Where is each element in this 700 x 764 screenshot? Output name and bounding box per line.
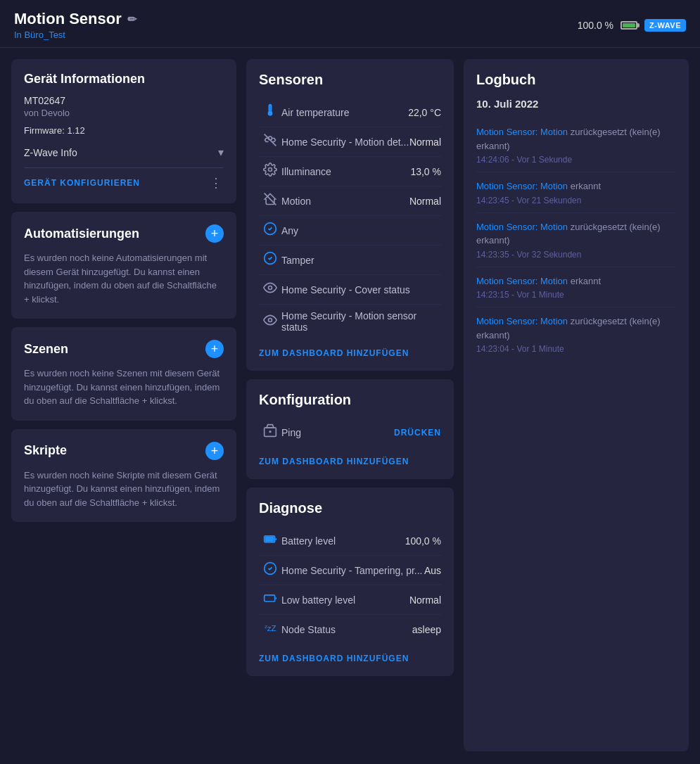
svg-point-9 [269, 318, 272, 321]
header-subtitle: In Büro_Test [14, 30, 136, 40]
konfiguration-card: Konfiguration Ping DRÜCKEN ZUM DASHBOARD… [246, 379, 454, 479]
sensor-name: Home Security - Motion det... [281, 136, 409, 148]
diagnose-title: Diagnose [259, 500, 441, 516]
add-skripte-button[interactable]: + [205, 442, 224, 460]
log-entry: Motion Sensor: Motion erkannt 14:23:45 -… [476, 172, 676, 213]
sensor-row: Home Security - Motion det... Normal [259, 127, 441, 157]
device-info-card: Gerät Informationen MT02647 von Devolo F… [11, 59, 236, 203]
skripte-desc: Es wurden noch keine Skripte mit diesem … [24, 469, 224, 510]
logbuch-card: Logbuch 10. Juli 2022 Motion Sensor: Mot… [464, 59, 689, 751]
zwave-logo: Z-WAVE [644, 19, 686, 32]
log-entry: Motion Sensor: Motion zurückgesetzt (kei… [476, 118, 676, 172]
logbuch-title: Logbuch [476, 72, 676, 88]
log-entry-time: 14:23:15 - Vor 1 Minute [476, 290, 676, 300]
header-left: Motion Sensor ✏ In Büro_Test [14, 10, 136, 40]
gear-icon [259, 163, 281, 180]
log-entry-text: Motion Sensor: Motion erkannt [476, 179, 676, 193]
log-entry: Motion Sensor: Motion zurückgesetzt (kei… [476, 213, 676, 267]
sensor-name: Home Security - Cover status [281, 284, 441, 295]
sensoren-dashboard-button[interactable]: ZUM DASHBOARD HINZUFÜGEN [259, 348, 409, 358]
sensor-row: Home Security - Motion sensor status [259, 305, 441, 338]
edit-icon[interactable]: ✏ [127, 13, 136, 26]
ping-row: Ping DRÜCKEN [259, 418, 441, 447]
skripte-card: Skripte + Es wurden noch keine Skripte m… [11, 429, 236, 523]
sensor-row: Air temperature 22,0 °C [259, 98, 441, 127]
diagnose-dashboard-button[interactable]: ZUM DASHBOARD HINZUFÜGEN [259, 654, 409, 663]
log-entry-time: 14:23:35 - Vor 32 Sekunden [476, 250, 676, 260]
log-entry: Motion Sensor: Motion erkannt 14:23:15 -… [476, 267, 676, 308]
sensor-row: Illuminance 13,0 % [259, 157, 441, 186]
diagnose-value: asleep [412, 624, 441, 635]
log-entry-link[interactable]: Motion Sensor: Motion [476, 222, 568, 232]
device-vendor: von Devolo [24, 108, 224, 118]
sensor-name: Tamper [281, 255, 441, 266]
chevron-down-icon[interactable]: ▾ [218, 146, 224, 159]
log-entry-link[interactable]: Motion Sensor: Motion [476, 276, 568, 286]
check-circle-icon [259, 222, 281, 239]
diagnose-value: Aus [424, 565, 441, 576]
ping-icon [259, 424, 281, 441]
svg-point-8 [269, 286, 272, 290]
device-id: MT02647 [24, 95, 224, 106]
konfiguration-dashboard-button[interactable]: ZUM DASHBOARD HINZUFÜGEN [259, 457, 409, 466]
log-entry-text: Motion Sensor: Motion erkannt [476, 274, 676, 288]
eye-icon [259, 313, 281, 331]
log-entry-link[interactable]: Motion Sensor: Motion [476, 181, 568, 191]
diagnose-row: Low battery level Normal [259, 585, 441, 615]
log-entries: Motion Sensor: Motion zurückgesetzt (kei… [476, 118, 676, 361]
battery-percent: 100.0 % [578, 20, 613, 31]
sensoren-rows: Air temperature 22,0 °C Home Security - … [259, 98, 441, 338]
log-entry-link[interactable]: Motion Sensor: Motion [476, 127, 568, 137]
add-automatisierung-button[interactable]: + [205, 224, 224, 243]
diagnose-row: ᶻzZ Node Status asleep [259, 615, 441, 644]
log-entry-text: Motion Sensor: Motion zurückgesetzt (kei… [476, 125, 676, 153]
log-entry-link[interactable]: Motion Sensor: Motion [476, 316, 568, 326]
skripte-header: Skripte + [24, 442, 224, 460]
sensoren-card: Sensoren Air temperature 22,0 °C Home Se… [246, 59, 454, 371]
page-title: Motion Sensor ✏ [14, 10, 136, 28]
zwave-info-row: Z-Wave Info ▾ [24, 146, 224, 167]
sleep-icon: ᶻzZ [259, 620, 281, 638]
sensor-row: Motion Normal [259, 186, 441, 216]
ping-button[interactable]: DRÜCKEN [394, 428, 441, 438]
log-entry: Motion Sensor: Motion zurückgesetzt (kei… [476, 307, 676, 361]
motion-off-icon [259, 133, 281, 151]
diagnose-row: Battery level 100,0 % [259, 526, 441, 556]
add-szenen-button[interactable]: + [205, 340, 224, 358]
diagnose-name: Battery level [281, 535, 405, 547]
eye-icon [259, 281, 281, 298]
svg-point-11 [269, 431, 271, 433]
log-entry-time: 14:24:06 - Vor 1 Sekunde [476, 155, 676, 165]
automatisierungen-header: Automatisierungen + [24, 224, 224, 243]
konfiguration-title: Konfiguration [259, 392, 441, 408]
svg-rect-15 [265, 595, 275, 601]
diagnose-card: Diagnose Battery level 100,0 % Home Secu… [246, 488, 454, 676]
szenen-header: Szenen + [24, 340, 224, 358]
configure-button[interactable]: GERÄT KONFIGURIEREN [24, 178, 140, 188]
battery-icon [621, 21, 637, 30]
svg-text:ᶻzZ: ᶻzZ [265, 623, 276, 632]
svg-rect-13 [265, 537, 274, 542]
sensor-value: Normal [409, 196, 441, 207]
diagnose-row: Home Security - Tampering, pr... Aus [259, 556, 441, 585]
sensor-row: Home Security - Cover status [259, 275, 441, 305]
sensor-name: Any [281, 225, 441, 236]
diagnose-value: 100,0 % [405, 535, 441, 547]
more-options-icon[interactable]: ⋮ [210, 175, 224, 191]
sensor-value: 13,0 % [410, 166, 441, 177]
battery-icon [259, 532, 281, 549]
logbuch-date: 10. Juli 2022 [476, 98, 676, 110]
automatisierungen-title: Automatisierungen [24, 227, 139, 241]
automatisierungen-card: Automatisierungen + Es wurden noch keine… [11, 212, 236, 319]
sensor-value: Normal [409, 136, 441, 148]
battery-low-icon [259, 591, 281, 609]
diagnose-name: Low battery level [281, 594, 409, 606]
middle-column: Sensoren Air temperature 22,0 °C Home Se… [246, 59, 454, 751]
diagnose-name: Home Security - Tampering, pr... [281, 565, 424, 576]
sensoren-title: Sensoren [259, 72, 441, 88]
sensor-row: Any [259, 216, 441, 246]
right-column: Logbuch 10. Juli 2022 Motion Sensor: Mot… [464, 59, 689, 751]
diagnose-rows: Battery level 100,0 % Home Security - Ta… [259, 526, 441, 644]
device-info-title: Gerät Informationen [24, 72, 224, 87]
sensor-value: 22,0 °C [408, 107, 441, 118]
